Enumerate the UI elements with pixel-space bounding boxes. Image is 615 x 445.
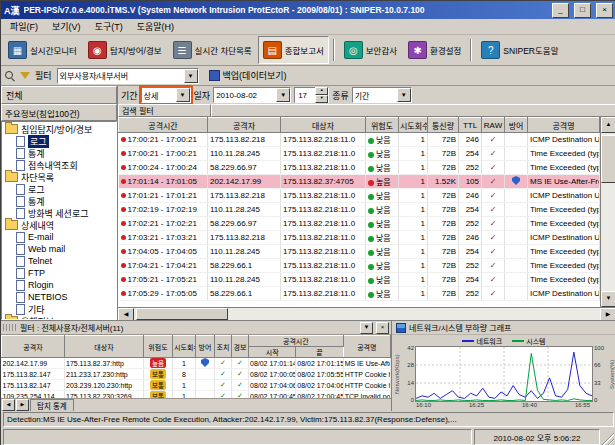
sidebar-item-5[interactable]: 차단목록	[2, 171, 116, 183]
sidebar-item-13[interactable]: FTP	[2, 267, 116, 279]
column-header[interactable]: 공격자	[2, 336, 65, 358]
menu-item[interactable]: 도구(T)	[88, 19, 130, 34]
chevron-down-icon[interactable]: ▼	[184, 69, 198, 83]
column-header[interactable]: 경보	[232, 336, 249, 358]
backup-button[interactable]: 백업(데이터보기)	[204, 67, 292, 84]
column-header[interactable]: 시도회수	[173, 336, 196, 358]
scroll-down-icon[interactable]: ▼	[601, 291, 615, 307]
sidebar-item-9[interactable]: 상세내역	[2, 219, 116, 231]
toolbar-button-5[interactable]: ◎보안감사	[339, 36, 402, 64]
tab-detection-stats[interactable]: 탐지 통계	[30, 399, 74, 411]
sidebar-item-6[interactable]: 로그	[2, 183, 116, 195]
column-header[interactable]: RAW	[482, 118, 505, 133]
panel-collapse-icon[interactable]: ▼	[360, 322, 373, 334]
column-header[interactable]: 위험도	[144, 336, 173, 358]
drag-grip-icon[interactable]	[3, 324, 17, 331]
toolbar-button-7[interactable]: ?SNIPER도움말	[476, 36, 563, 64]
period-select[interactable]: 상세 ▼	[141, 87, 191, 103]
scrollbar-thumb[interactable]	[136, 308, 228, 320]
sidebar-item-1[interactable]: 침입탐지/방어/경보	[2, 123, 116, 135]
toolbar-button-4[interactable]: ▤종합보고서	[258, 36, 329, 64]
date-select[interactable]: 2010-08-02 ▼	[213, 87, 291, 103]
sidebar-item-14[interactable]: Rlogin	[2, 279, 116, 291]
minimize-button[interactable]: _	[552, 3, 569, 18]
table-row[interactable]: 17:02:19 - 17:02:19110.11.28.245175.113.…	[119, 203, 600, 217]
table-row[interactable]: 17:01:14 - 17:01:05202.142.17.99175.113.…	[119, 175, 600, 189]
alarm-icon	[121, 277, 126, 282]
maximize-button[interactable]: □	[574, 3, 591, 18]
table-row[interactable]: 17:04:21 - 17:04:2158.229.66.1175.113.82…	[119, 259, 600, 273]
sidebar-item-10[interactable]: E-mail	[2, 231, 116, 243]
search-filter-label[interactable]: 검색 필터	[118, 104, 211, 117]
sidebar-item-12[interactable]: Telnet	[2, 255, 116, 267]
table-row[interactable]: 17:05:21 - 17:05:21110.11.28.245175.113.…	[119, 273, 600, 287]
vertical-scrollbar[interactable]: ▲ ▼	[600, 117, 615, 307]
menu-item[interactable]: 도움말(H)	[130, 19, 181, 34]
table-row[interactable]: 17:01:21 - 17:01:21175.113.82.218175.113…	[119, 189, 600, 203]
step-up-icon[interactable]: ▲	[315, 87, 328, 95]
tab-scroll-left-icon[interactable]: ◀	[2, 399, 15, 411]
sidebar-item-2[interactable]: 로그	[2, 135, 116, 147]
sidebar-header[interactable]: 주요정보(침입100건)	[1, 104, 117, 121]
sidebar-item-8[interactable]: 방화벽 세션로그	[2, 207, 116, 219]
chevron-down-icon[interactable]: ▼	[397, 88, 411, 102]
column-header[interactable]: 대상자	[65, 336, 144, 358]
chevron-down-icon[interactable]: ▼	[176, 88, 190, 102]
filter-table-row[interactable]: 175.113.82.147211.233.17.230:http보통8✓✓08…	[2, 369, 391, 380]
sidebar-item-15[interactable]: NETBIOS	[2, 291, 116, 303]
filter-table-row[interactable]: 109.235.254.114175.113.82.230:3269보통1✓✓0…	[2, 391, 391, 399]
column-header[interactable]: 공격자	[208, 118, 281, 133]
column-header[interactable]: 조치	[215, 336, 232, 358]
column-header[interactable]: 통신량	[428, 118, 459, 133]
table-row[interactable]: 17:02:21 - 17:02:2158.229.66.97175.113.8…	[119, 217, 600, 231]
column-header[interactable]: 대상자	[281, 118, 366, 133]
column-header[interactable]: TTL	[459, 118, 482, 133]
column-header[interactable]: 방어	[196, 336, 215, 358]
toolbar-button-2[interactable]: ◉탐지/방어/경보	[83, 36, 167, 64]
toolbar-button-6[interactable]: ✱환경설정	[403, 36, 466, 64]
table-row[interactable]: 17:00:24 - 17:00:2458.229.66.97175.113.8…	[119, 161, 600, 175]
scope-select[interactable]: 외부사용자/내부서버 ▼	[57, 68, 199, 84]
scrollbar-thumb[interactable]	[601, 135, 615, 183]
chevron-down-icon[interactable]: ▼	[276, 88, 290, 102]
menu-item[interactable]: 보기(V)	[45, 19, 88, 34]
table-row[interactable]: 17:00:21 - 17:00:21110.11.28.245175.113.…	[119, 147, 600, 161]
sidebar-item-16[interactable]: 기타	[2, 303, 116, 315]
table-row[interactable]: 17:05:29 - 17:05:0558.229.66.1175.113.82…	[119, 287, 600, 301]
panel-close-icon[interactable]: ×	[376, 322, 389, 334]
menu-item[interactable]: 파일(F)	[3, 19, 45, 34]
column-header[interactable]: 시도회수	[399, 118, 428, 133]
cell-target: 175.113.82.37:4705	[281, 175, 366, 189]
toolbar-button-3[interactable]: ☰실시간 차단목록	[168, 36, 257, 64]
column-header[interactable]: 방어	[505, 118, 528, 133]
scroll-up-icon[interactable]: ▲	[601, 117, 615, 133]
resize-grip[interactable]	[602, 429, 614, 445]
sidebar-item-11[interactable]: Web mail	[2, 243, 116, 255]
cell-risk: 낮음	[366, 245, 399, 259]
toolbar-button-1[interactable]: ▦실시간모니터	[3, 36, 82, 64]
column-header[interactable]: 공격시간	[119, 118, 208, 133]
sidebar-scope[interactable]: 전체	[1, 86, 117, 104]
column-header[interactable]: 시작	[249, 347, 296, 358]
close-button[interactable]: ×	[596, 3, 613, 18]
sidebar-item-4[interactable]: 접속내역조회	[2, 159, 116, 171]
sidebar-item-7[interactable]: 통계	[2, 195, 116, 207]
step-down-icon[interactable]: ▼	[315, 95, 328, 103]
column-header[interactable]: 공격명	[528, 118, 600, 133]
horizontal-scrollbar[interactable]: ◀ ▶	[118, 307, 615, 320]
document-icon	[16, 280, 25, 291]
hour-stepper[interactable]: 17 ▲▼	[294, 87, 329, 103]
table-row[interactable]: 17:03:21 - 17:03:21175.113.82.218175.113…	[119, 231, 600, 245]
sidebar-item-3[interactable]: 통계	[2, 147, 116, 159]
search-icon[interactable]	[5, 71, 15, 81]
tab-scroll-right-icon[interactable]: ▶	[16, 399, 29, 411]
column-header[interactable]: 공격명	[343, 336, 390, 358]
filter-table-row[interactable]: 175.113.82.147203.239.120.230:http보통1✓✓0…	[2, 380, 391, 391]
cell-action: ✓	[215, 369, 232, 380]
table-row[interactable]: 17:04:05 - 17:04:05110.11.28.245175.113.…	[119, 245, 600, 259]
table-row[interactable]: 17:00:21 - 17:00:21175.113.82.218175.113…	[119, 133, 600, 147]
kind-select[interactable]: 기간 ▼	[352, 87, 412, 103]
column-header[interactable]: 끝	[296, 347, 343, 358]
column-header[interactable]: 위험도	[366, 118, 399, 133]
filter-table-row[interactable]: 202.142.17.99175.113.82.37:http높음1✓✓08/0…	[2, 358, 391, 369]
